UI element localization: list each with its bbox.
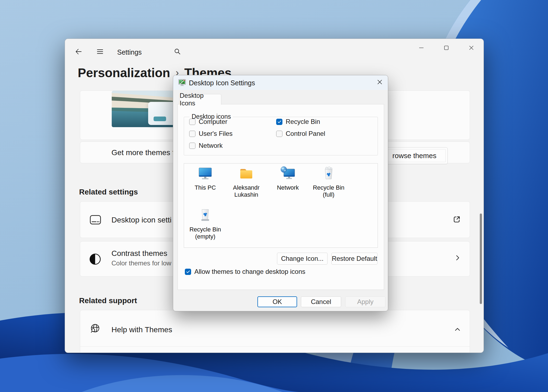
theme-preview-accent-button xyxy=(154,117,166,121)
tab-desktop-icons[interactable]: Desktop Icons xyxy=(179,94,221,105)
desktop-icon xyxy=(90,215,101,226)
checkbox-box-checked xyxy=(185,269,191,275)
maximize-icon xyxy=(440,44,452,53)
maximize-button[interactable] xyxy=(440,44,453,53)
apply-button[interactable]: Apply xyxy=(345,296,385,307)
checkbox-network[interactable]: Network xyxy=(189,142,223,149)
chevron-up-icon xyxy=(454,326,461,334)
desktop-icon-settings-label: Desktop icon setti xyxy=(111,216,172,224)
nav-menu-button[interactable] xyxy=(96,48,104,56)
dialog-titlebar[interactable]: Desktop Icon Settings xyxy=(173,75,388,90)
dialog-title: Desktop Icon Settings xyxy=(189,79,255,87)
close-icon xyxy=(376,79,383,86)
checkbox-box xyxy=(189,119,195,125)
desktop-icon-list: This PC AleksandrLukashin xyxy=(184,163,378,248)
get-more-themes-text: Get more themes f xyxy=(111,148,175,157)
checkbox-users-files[interactable]: User's Files xyxy=(189,130,233,137)
minimize-icon xyxy=(415,44,427,53)
scrollbar-thumb[interactable] xyxy=(480,214,482,304)
checkbox-recycle-bin[interactable]: Recycle Bin xyxy=(276,118,320,126)
change-icon-button[interactable]: Change Icon... xyxy=(277,253,328,265)
browse-themes-button[interactable]: rowse themes xyxy=(381,147,448,164)
checkbox-control-panel[interactable]: Control Panel xyxy=(276,130,325,137)
display-settings-app-icon xyxy=(178,78,186,88)
checkbox-box xyxy=(189,131,195,137)
related-support-heading: Related support xyxy=(79,296,137,305)
recycle-bin-empty-icon xyxy=(197,208,213,224)
back-button[interactable] xyxy=(74,48,83,56)
checkbox-box xyxy=(276,131,282,137)
close-icon xyxy=(465,44,477,53)
checkbox-box xyxy=(189,143,195,149)
help-with-themes-label: Help with Themes xyxy=(111,325,172,334)
minimize-button[interactable] xyxy=(415,44,428,53)
desktop-icon-settings-dialog: Desktop Icon Settings Desktop Icons Desk… xyxy=(173,75,388,311)
ok-button[interactable]: OK xyxy=(257,296,297,307)
external-link-icon xyxy=(452,215,461,225)
app-title: Settings xyxy=(117,48,142,56)
this-pc-icon xyxy=(197,166,213,183)
network-icon xyxy=(280,166,296,183)
dialog-close-button[interactable] xyxy=(374,78,386,87)
folder-icon xyxy=(238,166,254,183)
tab-page: Desktop icons Computer Recycle Bin User'… xyxy=(178,104,384,290)
close-window-button[interactable] xyxy=(465,44,478,53)
icon-item-network[interactable]: Network xyxy=(267,166,308,191)
restore-default-button[interactable]: Restore Default xyxy=(331,253,378,265)
chevron-right-icon xyxy=(454,254,462,263)
contrast-icon xyxy=(89,253,101,266)
row-divider xyxy=(80,346,470,347)
cancel-button[interactable]: Cancel xyxy=(301,296,341,307)
icon-item-recycle-bin-full[interactable]: Recycle Bin(full) xyxy=(308,166,349,198)
checkbox-computer[interactable]: Computer xyxy=(189,118,227,126)
focus-ring xyxy=(383,149,446,162)
contrast-themes-title: Contrast themes xyxy=(111,249,167,258)
globe-search-icon xyxy=(90,323,101,335)
checkbox-box-checked xyxy=(276,119,282,125)
hamburger-icon xyxy=(96,48,104,57)
icon-item-this-pc[interactable]: This PC xyxy=(185,166,226,191)
recycle-bin-full-icon xyxy=(321,166,337,183)
checkbox-allow-themes[interactable]: Allow themes to change desktop icons xyxy=(185,268,305,275)
icon-item-recycle-bin-empty[interactable]: Recycle Bin(empty) xyxy=(185,208,226,240)
related-settings-heading: Related settings xyxy=(79,188,138,196)
back-arrow-icon xyxy=(75,48,82,57)
contrast-themes-subtitle: Color themes for low xyxy=(111,259,171,267)
breadcrumb-root[interactable]: Personalization xyxy=(78,66,170,80)
search-button[interactable] xyxy=(173,48,181,56)
help-with-themes-row[interactable]: Help with Themes xyxy=(80,310,470,353)
icon-item-user-folder[interactable]: AleksandrLukashin xyxy=(226,166,267,198)
search-icon xyxy=(174,48,181,56)
